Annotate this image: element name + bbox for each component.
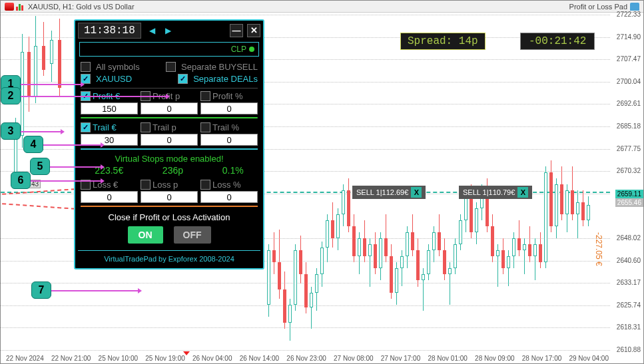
panel-name: Profit or Loss Pad [569,3,627,11]
loss-eur-input[interactable] [81,191,138,203]
x-tick: 27 Nov 08:00 [334,355,374,362]
clock-display: 11:38:18 [78,23,141,39]
trail-p-checkbox[interactable] [141,122,151,132]
on-button[interactable]: ON [128,226,163,244]
close-position-icon[interactable]: X [517,187,528,198]
y-tick: 2714.90 [617,33,641,41]
y-tick: 2633.17 [617,279,641,286]
current-price-tag: 2659.11 [615,190,643,198]
loss-p-checkbox[interactable] [141,180,151,190]
close-position-icon[interactable]: X [411,187,422,198]
chart-title: XAUUSD, H1: Gold vs US Dollar [28,3,135,11]
y-tick: 2707.47 [617,55,641,63]
y-tick: 2640.60 [617,257,641,264]
countdown-timer: -00:21:42 [520,33,595,50]
activation-label: Close if Profit or Loss Activation [75,212,263,222]
trail-pct-label: Trail % [212,122,239,132]
trail-pct-input[interactable] [200,134,258,146]
trail-eur-checkbox[interactable] [81,122,91,132]
stat-points: 236p [162,165,183,176]
time-marker-icon [183,351,190,355]
x-tick: 22 Nov 21:00 [51,355,91,362]
chart-type-icon[interactable] [16,3,25,11]
profit-p-input[interactable] [141,102,198,114]
x-tick: 26 Nov 23:00 [286,355,326,362]
all-symbols-checkbox[interactable] [81,62,91,72]
loss-p-input[interactable] [141,191,198,203]
y-tick: 2700.04 [617,78,641,85]
x-tick: 28 Nov 17:00 [522,355,562,362]
x-axis: 22 Nov 202422 Nov 21:0025 Nov 10:0025 No… [6,353,609,363]
virtual-stops-text: Virtual Stops mode enabled! [75,154,263,164]
graduation-cap-icon[interactable] [630,3,639,11]
panel-footer: VirtualTradePad by Expforex 2008-2024 [78,250,260,267]
panel-titlebar[interactable]: 11:38:18 ◀ ▶ — ✕ [75,21,263,41]
minimize-button[interactable]: — [230,24,243,37]
x-tick: 28 Nov 09:00 [475,355,515,362]
profit-loss-side-text: -227.05 € [594,232,603,266]
status-dot-icon [249,47,254,52]
spread-indicator: Spread: 14p [400,33,485,50]
trail-p-label: Trail p [153,122,176,132]
y-tick: 2625.74 [617,301,641,309]
close-button[interactable]: ✕ [247,24,260,37]
x-tick: 22 Nov 2024 [6,355,44,362]
x-tick: 28 Nov 01:00 [428,355,468,362]
y-tick: 2677.75 [617,145,641,152]
clp-label: CLP [231,45,246,54]
profit-eur-input[interactable] [81,102,138,114]
x-tick: 26 Nov 04:00 [192,355,232,362]
prev-price-tag: 2655.46 [615,198,643,207]
profit-pct-label: Profit % [212,91,243,101]
y-tick: 2685.18 [617,122,641,130]
x-tick: 25 Nov 10:00 [99,355,139,362]
x-tick: 27 Nov 17:00 [381,355,421,362]
x-tick: 26 Nov 14:00 [240,355,280,362]
trail-eur-label: Trail € [93,122,117,132]
loss-pct-label: Loss % [212,180,241,190]
y-tick: 2618.31 [617,323,641,331]
sell-position-tag-2[interactable]: SELL 1|110.79€ X [459,186,532,199]
loss-pct-checkbox[interactable] [200,180,210,190]
loss-pct-input[interactable] [200,191,258,203]
all-symbols-label: All symbols [96,62,140,72]
y-tick: 2722.33 [617,11,641,18]
y-tick: 2648.02 [617,234,641,242]
separate-buysell-checkbox[interactable] [166,62,176,72]
sell-position-tag-1[interactable]: SELL 1|112.69€ X [352,186,426,199]
y-tick: 2610.88 [617,346,641,353]
y-tick: 2670.32 [617,167,641,174]
x-tick: 29 Nov 04:00 [569,355,609,362]
sell-tag-text: SELL 1|110.79€ [463,188,515,196]
trail-pct-checkbox[interactable] [200,122,210,132]
sell-tag-text: SELL 1|112.69€ [356,188,408,196]
nav-arrows[interactable]: ◀ ▶ [149,26,175,35]
profit-pct-checkbox[interactable] [200,91,210,101]
separate-buysell-label: Separate BUYSELL [181,62,258,72]
y-axis: 2722.332714.902707.472700.042692.612685.… [610,13,643,351]
x-tick: 25 Nov 19:00 [145,355,185,362]
y-tick: 2692.61 [617,100,641,107]
clp-tab[interactable]: CLP [79,42,259,57]
window-titlebar: XAUUSD, H1: Gold vs US Dollar Profit or … [1,1,643,13]
stat-pct: 0.1% [222,165,244,176]
separate-deals-label: Separate DEALs [193,74,258,84]
profit-pct-input[interactable] [200,102,258,114]
xauusd-label: XAUUSD [96,74,132,84]
mt-icon [5,3,14,11]
off-button[interactable]: OFF [174,226,211,244]
separate-deals-checkbox[interactable] [178,74,188,84]
loss-p-label: Loss p [153,180,178,190]
trail-p-input[interactable] [141,134,198,146]
